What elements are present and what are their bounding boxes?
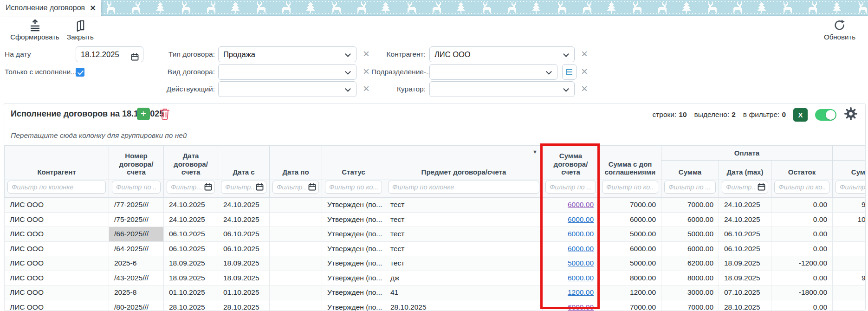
counterparty-clear-icon[interactable]: × [579,46,589,62]
cell-summa-2[interactable]: 9000.00 [833,271,865,285]
cell-status[interactable]: Утвержден (по... [322,227,385,242]
cell-status[interactable]: Утвержден (по... [322,241,385,256]
cell-oplata-ostatok[interactable]: 0.00 [771,271,833,285]
table-row[interactable]: ЛИС ООО/77-2025///24.10.202524.10.2025Ут… [5,198,866,213]
amount-link[interactable]: 6000.00 [568,245,594,253]
cell-kontragent[interactable]: ЛИС ООО [5,227,109,242]
division-clear-icon[interactable]: × [579,64,589,80]
cell-predmet[interactable]: тест [385,227,543,242]
delete-button[interactable] [159,108,171,120]
filter-input-nomer[interactable] [112,181,161,194]
cell-data-s[interactable]: 06.10.2025 [218,241,270,256]
settings-gear-icon[interactable] [844,107,858,123]
table-row[interactable]: ЛИС ООО/66-2025///06.10.202506.10.2025Ут… [5,227,866,242]
filter-input-summa-dogovora[interactable] [545,181,596,194]
column-header-summa-2[interactable]: Сумма [833,161,865,180]
contract-type-select[interactable]: Продажа [218,46,356,62]
table-row[interactable]: ЛИС ООО2025-801.10.202501.10.2025Утвержд… [5,285,866,300]
filter-input-data-dogovora[interactable] [167,181,215,194]
cell-data-dogovora[interactable]: 18.09.2025 [164,256,218,271]
cell-summa-dop[interactable]: 1200.00 [599,285,661,300]
cell-status[interactable]: Утвержден (по... [322,271,385,285]
column-header-summa-dogovora[interactable]: Сумма договора/счета [543,146,599,180]
cell-predmet[interactable]: тест [385,241,543,256]
cell-summa-2[interactable] [833,227,865,242]
cell-data-s[interactable]: 28.10.2025 [218,300,270,311]
cell-summa-dop[interactable]: 7000.00 [599,198,661,213]
cell-kontragent[interactable]: ЛИС ООО [5,271,109,285]
cell-kontragent[interactable]: ЛИС ООО [5,241,109,256]
cell-summa-dop[interactable]: 6000.00 [599,241,661,256]
refresh-button[interactable]: Обновить [820,19,860,41]
table-scroll-area[interactable]: КонтрагентНомер договора/счетаДата догов… [4,145,865,311]
counterparty-select[interactable]: ЛИС ООО [429,46,575,62]
cell-oplata-summa[interactable]: 6000.00 [661,212,719,227]
filter-input-data-s[interactable] [221,181,266,194]
amount-link[interactable]: 1200.00 [568,288,594,296]
cell-oplata-ostatok[interactable]: 0.00 [771,227,833,242]
cell-status[interactable]: Утвержден (по... [322,198,385,213]
curator-clear-icon[interactable]: × [579,81,589,97]
amount-link[interactable]: 6000.00 [568,215,594,223]
cell-oplata-summa[interactable]: 3000.00 [661,285,719,300]
cell-summa-dop[interactable]: 5000.00 [599,227,661,242]
table-row[interactable]: ЛИС ООО/43-2025///18.09.202518.09.2025Ут… [5,271,866,285]
cell-oplata-ostatok[interactable]: -1200.00 [771,256,833,271]
cell-oplata-ostatok[interactable]: 0.00 [771,198,833,213]
cell-nomer[interactable]: /43-2025/// [109,271,164,285]
cell-oplata-data-max[interactable]: 18.09.2025 [719,256,771,271]
cell-status[interactable]: Утвержден (по... [322,285,385,300]
cell-summa-dogovora[interactable]: 6000.00 [543,212,599,227]
cell-oplata-data-max[interactable]: 06.10.2025 [719,241,771,256]
filter-input-oplata-ostatok[interactable] [774,181,829,194]
filter-input-status[interactable] [325,181,382,194]
view-toggle[interactable] [815,109,836,121]
generate-button[interactable]: Сформировать [6,19,64,41]
cell-nomer[interactable]: 2025-6 [109,256,164,271]
cell-data-s[interactable]: 18.09.2025 [218,271,270,285]
cell-summa-dop[interactable]: 6000.00 [599,212,661,227]
cell-data-po[interactable] [270,241,322,256]
column-header-summa-dop[interactable]: Сумма с доп соглашениями [599,146,661,180]
cell-data-dogovora[interactable]: 18.09.2025 [164,271,218,285]
cell-data-s[interactable]: 01.10.2025 [218,285,270,300]
curator-select[interactable] [429,81,575,97]
cell-data-po[interactable] [270,271,322,285]
filter-input-summa-dop[interactable] [602,181,658,194]
filter-input-oplata-summa[interactable] [664,181,716,194]
column-header-oplata-summa[interactable]: Сумма [661,161,719,180]
cell-summa-2[interactable] [833,285,865,300]
cell-oplata-ostatok[interactable]: 0.00 [771,212,833,227]
cell-summa-2[interactable] [833,241,865,256]
filter-input-oplata-data-max[interactable] [722,181,768,194]
cell-summa-dogovora[interactable]: 6000.00 [543,300,599,311]
cell-oplata-summa[interactable]: 6000.00 [661,241,719,256]
cell-data-dogovora[interactable]: 24.10.2025 [164,212,218,227]
contract-kind-select[interactable] [218,64,356,80]
amount-link[interactable]: 6000.00 [568,230,594,238]
cell-summa-dogovora[interactable]: 1200.00 [543,285,599,300]
tab-contract-execution[interactable]: Исполнение договоров × [0,0,101,16]
cell-kontragent[interactable]: ЛИС ООО [5,212,109,227]
cell-oplata-data-max[interactable]: 24.10.2025 [719,198,771,213]
cell-oplata-data-max[interactable]: 28.10.2025 [719,300,771,311]
cell-predmet[interactable]: 28.10.2025 [385,300,543,311]
cell-data-s[interactable]: 06.10.2025 [218,227,270,242]
tab-close-icon[interactable]: × [90,3,96,13]
cell-status[interactable]: Утвержден (по... [322,256,385,271]
column-header-data-po[interactable]: Дата по [270,146,322,180]
division-select[interactable] [429,64,557,80]
cell-summa-dogovora[interactable]: 5000.00 [543,256,599,271]
amount-link[interactable]: 6000.00 [568,274,594,282]
column-header-status[interactable]: Статус [322,146,385,180]
cell-kontragent[interactable]: ЛИС ООО [5,198,109,213]
contract-type-clear-icon[interactable]: × [361,46,371,62]
cell-oplata-summa[interactable]: 6200.00 [661,256,719,271]
column-header-oplata-ostatok[interactable]: Остаток [771,161,833,180]
cell-data-po[interactable] [270,212,322,227]
cell-data-s[interactable]: 18.09.2025 [218,256,270,271]
cell-predmet[interactable]: тест [385,212,543,227]
cell-data-dogovora[interactable]: 01.10.2025 [164,285,218,300]
add-button[interactable]: + [137,108,150,120]
cell-data-po[interactable] [270,227,322,242]
